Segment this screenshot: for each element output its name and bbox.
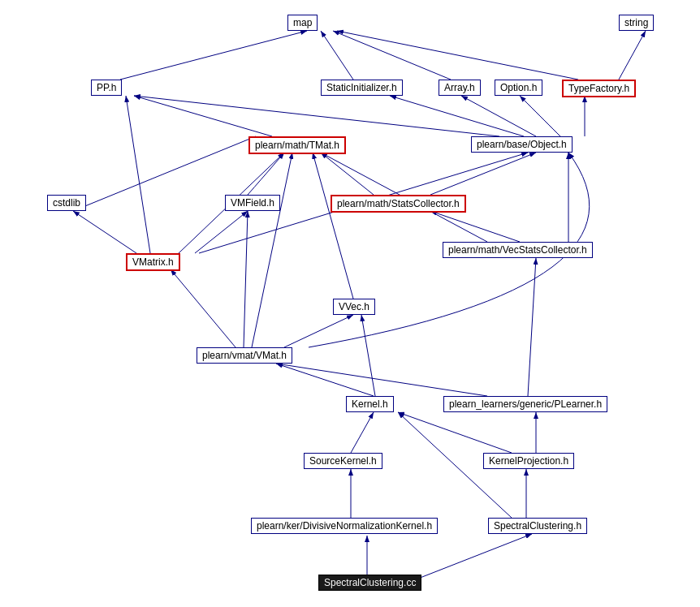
graph-container: map string PP.h StaticInitializer.h Arra… <box>0 0 700 607</box>
svg-line-7 <box>398 412 512 453</box>
svg-line-21 <box>195 211 248 253</box>
svg-line-16 <box>252 153 292 347</box>
svg-line-13 <box>171 269 235 347</box>
svg-line-17 <box>313 153 353 299</box>
node-plearnmath-tmath: plearn/math/TMat.h <box>248 136 346 154</box>
node-plearnlearners-plearnerh: plearn_learners/generic/PLearner.h <box>443 396 607 412</box>
node-plearnmath-vecstatscollectorh: plearn/math/VecStatsCollector.h <box>443 242 593 258</box>
node-plearnker-dnkh: plearn/ker/DivisiveNormalizationKernel.h <box>251 518 438 534</box>
node-staticinitializerh: StaticInitializer.h <box>321 80 403 96</box>
node-cstdlib: cstdlib <box>47 195 86 211</box>
node-vmatrixh: VMatrix.h <box>126 253 180 271</box>
svg-line-35 <box>120 31 307 80</box>
svg-line-6 <box>351 412 374 453</box>
svg-line-10 <box>361 315 375 396</box>
svg-line-12 <box>528 258 536 396</box>
svg-line-26 <box>321 153 374 195</box>
node-sourcekernelh: SourceKernel.h <box>304 453 382 469</box>
svg-line-32 <box>520 96 560 136</box>
svg-line-38 <box>337 31 578 80</box>
svg-line-31 <box>461 96 536 136</box>
node-optionh: Option.h <box>495 80 542 96</box>
svg-line-20 <box>73 211 136 253</box>
svg-line-18 <box>126 96 150 253</box>
svg-line-14 <box>244 211 248 347</box>
svg-line-2 <box>408 534 532 583</box>
svg-line-15 <box>284 315 353 347</box>
node-map: map <box>287 15 318 31</box>
node-plearnbase-objecth: plearn/base/Object.h <box>471 136 573 153</box>
node-plearnmath-statscollectorh: plearn/math/StatsCollector.h <box>331 195 466 213</box>
node-kernelh: Kernel.h <box>346 396 394 412</box>
svg-line-27 <box>430 153 536 195</box>
svg-line-9 <box>276 364 374 396</box>
svg-line-28 <box>134 96 272 136</box>
node-kernelprojectionh: KernelProjection.h <box>483 453 574 469</box>
node-string: string <box>619 15 654 31</box>
svg-line-11 <box>276 364 487 396</box>
node-spectralclusteringcc: SpectralClustering.cc <box>318 575 421 591</box>
svg-line-30 <box>390 96 524 136</box>
node-vmfieldh: VMField.h <box>225 195 280 211</box>
node-pph: PP.h <box>91 80 122 96</box>
node-typefactoryh: TypeFactory.h <box>562 80 636 97</box>
node-spectralclusteringh: SpectralClustering.h <box>488 518 587 534</box>
node-vvech: VVec.h <box>333 299 375 315</box>
node-arrayh: Array.h <box>439 80 481 96</box>
node-plearnvmat-vmath: plearn/vmat/VMat.h <box>197 347 292 364</box>
svg-line-39 <box>619 31 646 80</box>
svg-line-37 <box>333 31 451 80</box>
svg-line-34 <box>134 96 499 136</box>
svg-line-36 <box>321 31 353 80</box>
svg-line-23 <box>430 211 520 242</box>
